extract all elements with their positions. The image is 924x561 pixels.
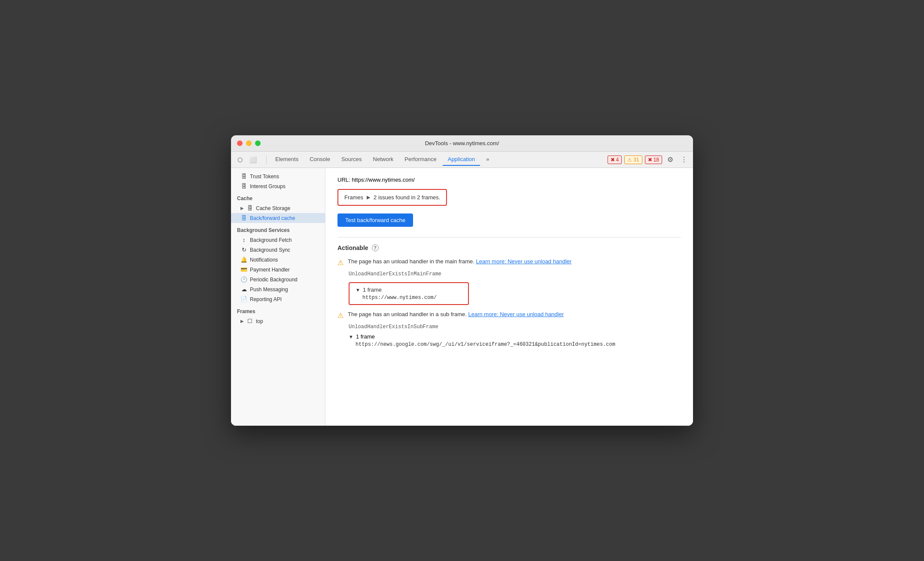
actionable-header: Actionable ? (337, 244, 681, 251)
warning-icon-1: ⚠ (337, 259, 343, 267)
sidebar-item-background-fetch[interactable]: ↕ Background Fetch (231, 235, 325, 245)
error-count: 4 (616, 157, 619, 163)
issue-link-2[interactable]: Learn more: Never use unload handler (468, 311, 564, 317)
issue-row-2: ⚠ The page has an unload handler in a su… (337, 311, 681, 320)
sidebar-item-label: Cache Storage (256, 205, 290, 211)
device-toggle-icon[interactable]: ⬜ (247, 154, 258, 165)
sidebar-item-backforward-cache[interactable]: 🗄 Back/forward cache (231, 213, 325, 223)
toolbar-separator (266, 155, 267, 164)
frames-section-label: Frames (231, 304, 325, 316)
warn-count: 31 (633, 157, 639, 163)
frame-box-1: ▼ 1 frame https://www.nytimes.com/ (349, 282, 469, 305)
tab-console[interactable]: Console (304, 153, 335, 166)
window-controls (237, 140, 261, 146)
tab-application[interactable]: Application (443, 153, 480, 166)
frame-count-row-1[interactable]: ▼ 1 frame (356, 287, 462, 293)
error-badge[interactable]: ✖ 4 (608, 155, 622, 164)
content-area: 🗄 Trust Tokens 🗄 Interest Groups Cache ▶… (231, 168, 693, 426)
error-icon: ✖ (611, 157, 615, 163)
frames-box-arrow: ▶ (367, 195, 370, 200)
sidebar-item-interest-groups[interactable]: 🗄 Interest Groups (231, 181, 325, 191)
devtools-window: DevTools - www.nytimes.com/ ⬡ ⬜ Elements… (231, 135, 693, 426)
test-backforward-cache-button[interactable]: Test back/forward cache (337, 213, 413, 227)
payment-handler-icon: 💳 (240, 266, 247, 273)
periodic-background-icon: 🕐 (240, 276, 247, 283)
frame-arrow-1: ▼ (356, 287, 360, 293)
cache-storage-arrow: ▶ (240, 206, 244, 210)
push-messaging-icon: ☁ (240, 286, 247, 293)
sidebar-item-label: Notifications (250, 257, 278, 263)
frame-count-2: 1 frame (356, 333, 375, 340)
toolbar: ⬡ ⬜ Elements Console Sources Network Per… (231, 152, 693, 168)
warn-icon: ⚠ (627, 157, 632, 163)
tab-sources[interactable]: Sources (336, 153, 367, 166)
settings-button[interactable]: ⚙ (665, 154, 676, 165)
cursor-icon[interactable]: ⬡ (234, 154, 246, 165)
info-badge[interactable]: ✖ 18 (645, 155, 662, 164)
frame-arrow-2: ▼ (349, 334, 353, 339)
frame-url-1: https://www.nytimes.com/ (362, 295, 462, 301)
backforward-cache-icon: 🗄 (240, 215, 247, 221)
frames-box-label: Frames (344, 194, 363, 201)
sidebar-item-label: Back/forward cache (250, 215, 295, 221)
issue-row-1: ⚠ The page has an unload handler in the … (337, 258, 681, 267)
warning-icon-2: ⚠ (337, 311, 343, 320)
url-row: URL: https://www.nytimes.com/ (337, 177, 681, 183)
sidebar-item-periodic-background[interactable]: 🕐 Periodic Background (231, 274, 325, 284)
second-issue-frame: ▼ 1 frame https://news.google.com/swg/_/… (349, 333, 681, 348)
issue-code-1: UnloadHandlerExistsInMainFrame (349, 271, 681, 277)
tab-more[interactable]: » (481, 153, 494, 166)
section-divider (337, 237, 681, 238)
close-button[interactable] (237, 140, 243, 146)
toolbar-right: ✖ 4 ⚠ 31 ✖ 18 ⚙ ⋮ (608, 154, 690, 165)
sidebar-item-label: Reporting API (250, 296, 282, 302)
sidebar-item-trust-tokens[interactable]: 🗄 Trust Tokens (231, 171, 325, 181)
tab-elements[interactable]: Elements (270, 153, 304, 166)
reporting-api-icon: 📄 (240, 296, 247, 302)
warn-badge[interactable]: ⚠ 31 (624, 155, 642, 164)
cache-storage-icon: 🗄 (246, 205, 253, 211)
sidebar: 🗄 Trust Tokens 🗄 Interest Groups Cache ▶… (231, 168, 325, 426)
info-count: 18 (653, 157, 659, 163)
toolbar-icons-group: ⬡ ⬜ (234, 154, 258, 165)
sidebar-item-push-messaging[interactable]: ☁ Push Messaging (231, 284, 325, 294)
frame-count-row-2[interactable]: ▼ 1 frame (349, 333, 681, 340)
top-frame-icon: ☐ (246, 318, 253, 324)
issue-link-1[interactable]: Learn more: Never use unload handler (476, 258, 572, 265)
notifications-icon: 🔔 (240, 256, 247, 263)
sidebar-item-payment-handler[interactable]: 💳 Payment Handler (231, 265, 325, 274)
issue-text-2: The page has an unload handler in a sub … (348, 311, 681, 317)
frames-issues-box[interactable]: Frames ▶ 2 issues found in 2 frames. (337, 189, 447, 206)
top-frame-arrow: ▶ (240, 319, 244, 323)
sidebar-item-cache-storage[interactable]: ▶ 🗄 Cache Storage (231, 203, 325, 213)
sidebar-item-label: Push Messaging (250, 287, 288, 293)
sidebar-item-background-sync[interactable]: ↻ Background Sync (231, 245, 325, 255)
sidebar-item-label: Background Sync (250, 247, 290, 253)
cache-section-label: Cache (231, 191, 325, 203)
bg-services-section-label: Background Services (231, 223, 325, 235)
sidebar-item-reporting-api[interactable]: 📄 Reporting API (231, 294, 325, 304)
sidebar-item-label: Interest Groups (250, 183, 286, 189)
tab-network[interactable]: Network (368, 153, 399, 166)
maximize-button[interactable] (255, 140, 261, 146)
sidebar-item-label: Background Fetch (250, 237, 292, 243)
background-fetch-icon: ↕ (240, 237, 247, 243)
sidebar-item-label: top (256, 318, 263, 324)
more-options-button[interactable]: ⋮ (678, 154, 690, 165)
sidebar-item-top-frame[interactable]: ▶ ☐ top (231, 316, 325, 326)
interest-groups-icon: 🗄 (240, 183, 247, 189)
titlebar: DevTools - www.nytimes.com/ (231, 135, 693, 152)
frame-url-2: https://news.google.com/swg/_/ui/v1/serv… (356, 341, 681, 348)
frames-box-text: 2 issues found in 2 frames. (374, 194, 440, 201)
url-value: https://www.nytimes.com/ (352, 177, 415, 183)
actionable-title: Actionable (337, 244, 368, 251)
info-icon: ✖ (648, 157, 652, 163)
minimize-button[interactable] (246, 140, 252, 146)
url-label: URL: (337, 177, 350, 183)
background-sync-icon: ↻ (240, 247, 247, 253)
window-title: DevTools - www.nytimes.com/ (425, 140, 499, 146)
sidebar-item-notifications[interactable]: 🔔 Notifications (231, 255, 325, 265)
sidebar-item-label: Payment Handler (250, 267, 290, 273)
help-icon[interactable]: ? (372, 244, 379, 251)
tab-performance[interactable]: Performance (399, 153, 441, 166)
